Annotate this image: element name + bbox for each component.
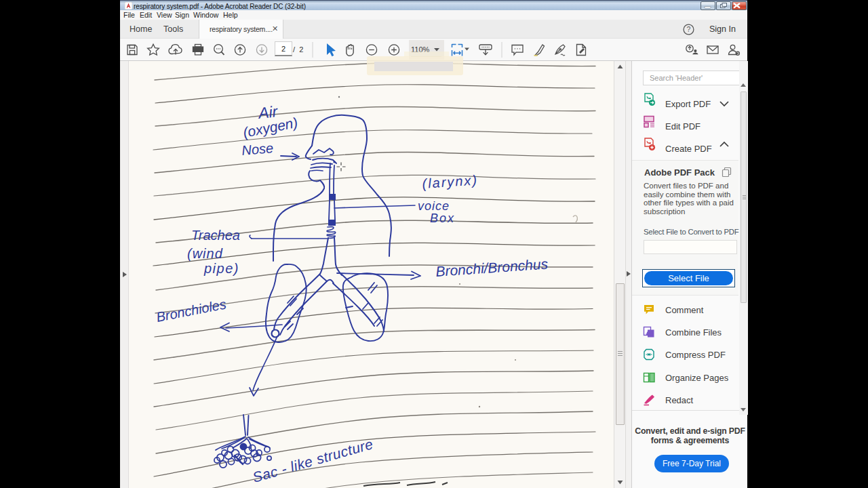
svg-text:Trachea: Trachea [191,228,240,243]
svg-text:(wind: (wind [187,246,223,261]
svg-text:Nose: Nose [241,140,273,158]
svg-text:pipe): pipe) [203,261,239,276]
svg-text:Box: Box [430,211,455,225]
svg-text:voice: voice [418,199,450,213]
svg-text:?: ? [687,25,691,33]
